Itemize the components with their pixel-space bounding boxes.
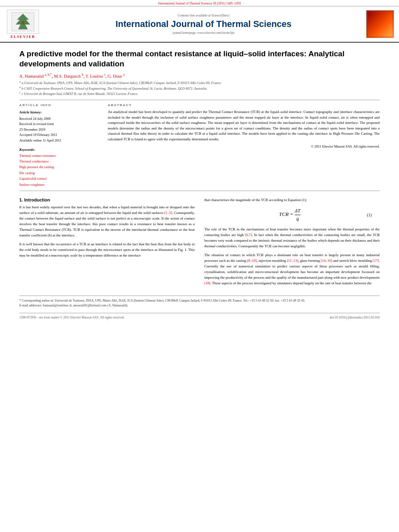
- keyword-4: Die casting: [19, 170, 100, 176]
- author-hamasaiid: A. Hamasaiid a, b,*, M.S. Dargusch b, T.…: [19, 74, 125, 78]
- article-title: A predictive model for the thermal conta…: [19, 49, 380, 69]
- body-right-col: that characterises the magnitude of the …: [204, 197, 380, 289]
- history-title: Article history:: [19, 109, 100, 115]
- equation-1-block: TCR = ΔT q (1): [204, 208, 380, 222]
- body-two-col: 1. Introduction It is has been widely re…: [19, 197, 380, 289]
- doi-line: doi:10.1016/j.ijthermalsci.2011.02.016: [330, 316, 380, 319]
- body-left-col: 1. Introduction It is has been widely re…: [19, 197, 195, 289]
- affiliations: a a Université de Toulouse, INSA, UPS, M…: [19, 80, 380, 97]
- body-section: 1. Introduction It is has been widely re…: [19, 197, 380, 289]
- keyword-2: Thermal conductance: [19, 158, 100, 164]
- right-para-3: The situation of contact in which TCR pl…: [204, 253, 380, 286]
- received-revised-label: Received in revised form: [19, 121, 100, 127]
- keywords-list: Thermal contact resistance Thermal condu…: [19, 153, 100, 188]
- keywords-section: Keywords: Thermal contact resistance The…: [19, 148, 100, 188]
- affiliation-b: b b CAST Cooperative Research Centre, Sc…: [19, 86, 380, 91]
- homepage-line: journal homepage: www.elsevier.com/locat…: [41, 31, 366, 35]
- info-abstract-section: ARTICLE INFO Article history: Received 2…: [19, 103, 380, 187]
- top-bar: International Journal of Thermal Science…: [0, 0, 399, 6]
- affiliation-a: a a Université de Toulouse, INSA, UPS, M…: [19, 80, 380, 86]
- bottom-bar: 1290-0729/$ – see front matter © 2011 El…: [19, 313, 380, 319]
- keyword-3: High pressure die casting: [19, 164, 100, 170]
- intro-paragraph-2: It is well known that the occurrence of …: [19, 242, 195, 259]
- article-info-label: ARTICLE INFO: [19, 103, 100, 107]
- right-para-1: that characterises the magnitude of the …: [204, 197, 380, 203]
- intro-paragraph-1: It is has been widely reported over the …: [19, 205, 195, 238]
- affiliation-c: c c Université de Bretagne-Sud, LIMAT B,…: [19, 91, 380, 97]
- journal-thumbnail: [366, 10, 394, 38]
- abstract-text: An analytical model has been developed t…: [108, 109, 380, 142]
- equation-fraction: ΔT q: [295, 208, 300, 222]
- keyword-1: Thermal contact resistance: [19, 153, 100, 158]
- sciencedirect-line: Contents lists available at ScienceDirec…: [41, 14, 366, 17]
- available-online-date: Available online 11 April 2011: [19, 138, 100, 144]
- abstract-col: ABSTRACT An analytical model has been de…: [108, 103, 380, 187]
- divider-2: [19, 191, 380, 191]
- elsevier-logo: ELSEVIER: [5, 10, 41, 39]
- journal-citation: International Journal of Thermal Science…: [158, 2, 241, 5]
- footnote-section: * Corresponding author at: Université de…: [19, 296, 380, 308]
- svg-point-2: [21, 21, 25, 25]
- footnote-email: E-mail addresses: hamasaii@enstimac.fr, …: [19, 303, 380, 308]
- equation-label: TCR =: [279, 212, 295, 218]
- issn-line: 1290-0729/$ – see front matter © 2011 El…: [19, 316, 125, 319]
- journal-header: ELSEVIER Contents lists available at Sci…: [0, 6, 399, 43]
- right-para-2: The role of the TCR in the mechanisms of…: [204, 227, 380, 249]
- article-history: Article history: Received 24 July 2009 R…: [19, 109, 100, 143]
- divider-1: [19, 100, 380, 100]
- accepted-date: Accepted 19 February 2011: [19, 132, 100, 138]
- keywords-title: Keywords:: [19, 148, 100, 152]
- copyright-line: © 2011 Elsevier Masson SAS. All rights r…: [108, 144, 380, 148]
- journal-name: International Journal of Thermal Science…: [41, 19, 366, 29]
- journal-title-center: Contents lists available at ScienceDirec…: [41, 14, 366, 35]
- equation-number: (1): [367, 213, 372, 217]
- elsevier-logo-image: [7, 10, 39, 34]
- equation-content: TCR = ΔT q: [212, 208, 367, 222]
- keyword-6: Surface roughness: [19, 182, 100, 187]
- intro-heading: 1. Introduction: [19, 197, 195, 202]
- abstract-label: ABSTRACT: [108, 103, 380, 107]
- main-content: A predictive model for the thermal conta…: [0, 43, 399, 326]
- article-info-col: ARTICLE INFO Article history: Received 2…: [19, 103, 100, 187]
- elsevier-brand-text: ELSEVIER: [10, 35, 35, 39]
- revised-date: 25 December 2010: [19, 127, 100, 133]
- journal-thumb-inner: [368, 12, 392, 36]
- footnote-text: * Corresponding author at: Université de…: [19, 298, 380, 303]
- authors-line: A. Hamasaiid a, b,*, M.S. Dargusch b, T.…: [19, 73, 380, 78]
- keyword-5: Liquid/solid contact: [19, 176, 100, 181]
- received-date: Received 24 July 2009: [19, 116, 100, 122]
